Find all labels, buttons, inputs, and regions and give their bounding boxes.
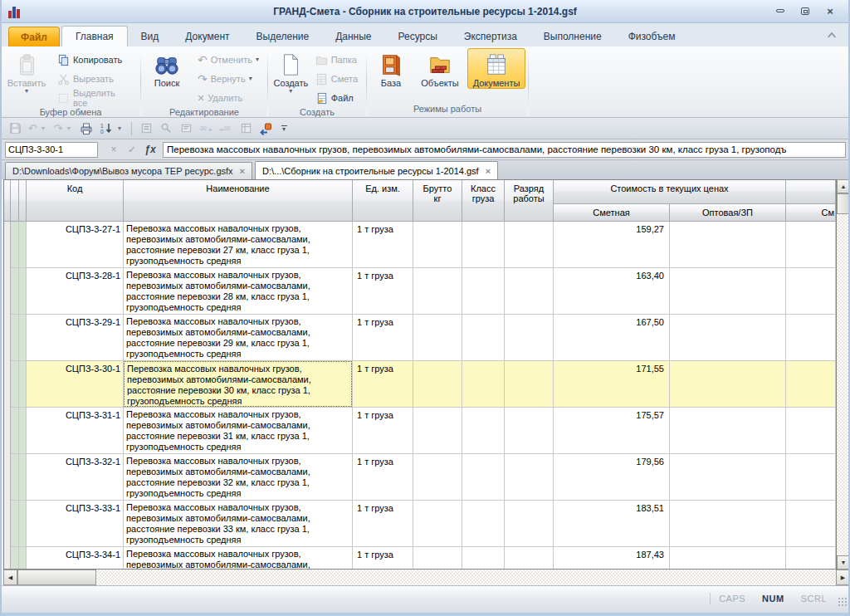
table-row[interactable]: СЦПЗ-3-31-1 Перевозка массовых навалочны… xyxy=(4,408,836,454)
cell-estimate-price[interactable]: 175,57 xyxy=(554,408,670,454)
cell-cargo-class[interactable] xyxy=(462,361,505,408)
cell-work-grade[interactable] xyxy=(505,501,554,547)
cell-cargo-class[interactable] xyxy=(462,408,505,454)
collapse-ribbon-icon[interactable] xyxy=(825,28,838,42)
folder-button[interactable]: Папка xyxy=(313,51,360,68)
note-icon[interactable] xyxy=(178,120,194,137)
table-row[interactable]: СЦПЗ-3-27-1 Перевозка массовых навалочны… xyxy=(4,222,836,268)
estimate-button[interactable]: Смета xyxy=(313,71,360,87)
cell-gross-kg[interactable] xyxy=(413,222,462,268)
cell-cargo-class[interactable] xyxy=(462,547,505,570)
cell-next-group[interactable] xyxy=(786,454,836,501)
cell-name[interactable]: Перевозка массовых навалочных грузов, пе… xyxy=(124,268,353,315)
cell-unit[interactable]: 1 т груза xyxy=(353,222,413,268)
cell-next-group[interactable] xyxy=(786,361,836,408)
cell-name[interactable]: Перевозка массовых навалочных грузов, пе… xyxy=(124,222,353,268)
cell-code[interactable]: СЦПЗ-3-29-1 xyxy=(27,315,124,361)
cell-name[interactable]: Перевозка массовых навалочных грузов, пе… xyxy=(124,408,353,454)
formula-text-field[interactable]: Перевозка массовых навалочных грузов, пе… xyxy=(163,142,846,158)
cell-unit[interactable]: 1 т груза xyxy=(353,361,413,408)
cell-gross-kg[interactable] xyxy=(413,547,462,570)
find-document-icon[interactable] xyxy=(158,120,174,137)
base-mode-button[interactable]: База xyxy=(369,48,413,89)
vertical-scroll-thumb[interactable] xyxy=(837,193,850,214)
ribbon-tab[interactable]: Вид xyxy=(128,27,173,46)
paste-button[interactable]: Вставить ▾ xyxy=(3,48,50,95)
cell-work-grade[interactable] xyxy=(505,547,554,570)
increase-decimal-icon[interactable]: .00 xyxy=(198,120,214,137)
cell-wholesale[interactable] xyxy=(670,454,786,501)
delete-button[interactable]: × Удалить xyxy=(195,90,261,106)
cell-code[interactable]: СЦПЗ-3-34-1 xyxy=(27,547,124,570)
tab-close-icon[interactable]: × xyxy=(486,166,491,176)
cell-cargo-class[interactable] xyxy=(462,315,505,361)
cell-code[interactable]: СЦПЗ-3-27-1 xyxy=(27,222,124,268)
ribbon-tab[interactable]: Физобъем xyxy=(615,27,689,46)
cell-estimate-price[interactable]: 183,51 xyxy=(554,501,670,547)
cell-code[interactable]: СЦПЗ-3-30-1 xyxy=(27,361,124,408)
cell-work-grade[interactable] xyxy=(505,315,554,361)
save-icon[interactable] xyxy=(7,120,23,137)
redo-button[interactable]: ↷ Вернуть ▾ xyxy=(195,71,261,87)
cell-unit[interactable]: 1 т груза xyxy=(353,268,413,315)
cell-gross-kg[interactable] xyxy=(413,501,462,547)
cell-next-group[interactable] xyxy=(786,501,836,547)
toolbar-overflow-button[interactable]: ▾ xyxy=(277,125,291,132)
cell-gross-kg[interactable] xyxy=(413,454,462,501)
cell-gross-kg[interactable] xyxy=(413,268,462,315)
search-button[interactable]: Поиск xyxy=(144,48,190,89)
objects-mode-button[interactable]: Объекты xyxy=(414,48,466,89)
cell-wholesale[interactable] xyxy=(670,501,786,547)
table-row[interactable]: СЦПЗ-3-29-1 Перевозка массовых навалочны… xyxy=(4,315,836,361)
decrease-decimal-icon[interactable]: .00 xyxy=(217,120,234,137)
parameters-icon[interactable] xyxy=(138,120,154,137)
cut-button[interactable]: Вырезать xyxy=(55,71,134,87)
cell-wholesale[interactable] xyxy=(670,222,786,268)
create-button[interactable]: Создать ▾ xyxy=(271,48,311,95)
cell-code[interactable]: СЦПЗ-3-28-1 xyxy=(27,268,124,315)
undo-button[interactable]: ↶ Отменить ▾ xyxy=(195,51,261,68)
redo-small-icon[interactable]: ↷ xyxy=(52,120,64,137)
ribbon-tab[interactable]: Ресурсы xyxy=(385,27,451,46)
scroll-down-icon[interactable]: ▼ xyxy=(837,555,850,570)
cell-wholesale[interactable] xyxy=(670,547,786,570)
cell-estimate-price[interactable]: 171,55 xyxy=(554,361,670,408)
cell-next-group[interactable] xyxy=(786,408,836,454)
cell-code[interactable]: СЦПЗ-3-31-1 xyxy=(27,408,124,454)
documents-mode-button[interactable]: Документы xyxy=(467,48,525,89)
ribbon-tab[interactable]: Данные xyxy=(322,27,384,46)
print-icon[interactable] xyxy=(78,120,95,137)
sort-descending-icon[interactable]: 10 xyxy=(98,120,115,137)
table-row[interactable]: СЦПЗ-3-34-1 Перевозка массовых навалочны… xyxy=(4,547,836,570)
cell-cargo-class[interactable] xyxy=(462,501,505,547)
horizontal-scroll-thumb[interactable] xyxy=(17,570,96,585)
cell-work-grade[interactable] xyxy=(505,268,554,315)
name-box[interactable]: СЦПЗ-3-30-1 xyxy=(5,142,98,158)
confirm-entry-icon[interactable]: ✓ xyxy=(126,144,138,155)
ribbon-tab[interactable]: Выделение xyxy=(243,27,323,46)
cell-wholesale[interactable] xyxy=(670,361,786,408)
cell-cargo-class[interactable] xyxy=(462,222,505,268)
ribbon-tab[interactable]: Экспертиза xyxy=(451,27,530,46)
horizontal-scroll-track[interactable] xyxy=(96,570,836,585)
cell-work-grade[interactable] xyxy=(505,222,554,268)
ribbon-tab[interactable]: Документ xyxy=(172,27,242,46)
document-tab[interactable]: D:\Downloads\Форум\Вывоз мусора ТЕР ресу… xyxy=(5,162,252,179)
table-row[interactable]: СЦПЗ-3-30-1 Перевозка массовых навалочны… xyxy=(4,361,836,408)
file-menu-button[interactable]: Файл xyxy=(8,27,60,46)
sort-dropdown-icon[interactable]: ▾ xyxy=(118,125,125,132)
table-row[interactable]: СЦПЗ-3-32-1 Перевозка массовых навалочны… xyxy=(4,454,836,501)
cell-gross-kg[interactable] xyxy=(413,361,462,408)
cell-estimate-price[interactable]: 187,43 xyxy=(554,547,670,570)
cell-unit[interactable]: 1 т груза xyxy=(353,315,413,361)
scroll-right-icon[interactable]: ▶ xyxy=(836,570,850,585)
cell-cargo-class[interactable] xyxy=(462,454,505,501)
cell-name[interactable]: Перевозка массовых навалочных грузов, пе… xyxy=(124,454,353,501)
vertical-scroll-track[interactable] xyxy=(837,214,850,555)
export-icon[interactable] xyxy=(257,120,274,137)
cell-name[interactable]: Перевозка массовых навалочных грузов, пе… xyxy=(124,361,353,408)
cell-estimate-price[interactable]: 159,27 xyxy=(554,222,670,268)
cell-name[interactable]: Перевозка массовых навалочных грузов, пе… xyxy=(124,315,353,361)
cell-code[interactable]: СЦПЗ-3-33-1 xyxy=(27,501,124,547)
cell-next-group[interactable] xyxy=(786,547,836,570)
